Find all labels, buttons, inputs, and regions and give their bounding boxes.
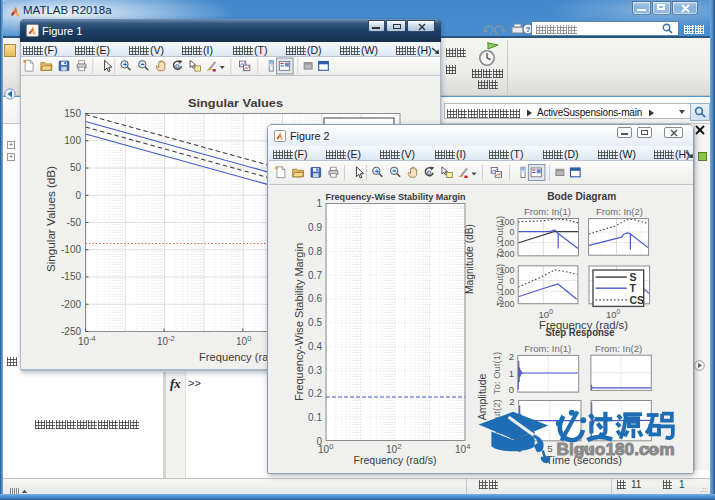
svg-text:From: In(2): From: In(2) [596,206,643,217]
svg-text:+: + [375,168,379,175]
svg-text:0.7: 0.7 [308,270,322,281]
svg-text:0.9: 0.9 [308,222,322,233]
svg-text:0.1: 0.1 [308,412,322,423]
svg-text:From: In(1): From: In(1) [524,206,571,217]
svg-text:100: 100 [64,135,81,146]
svg-text:150: 150 [64,108,81,119]
svg-text:-150: -150 [61,271,81,282]
svg-text:1: 1 [509,368,514,379]
svg-text:From: In(1): From: In(1) [524,343,571,354]
svg-text:0.8: 0.8 [308,246,322,257]
svg-text:To: Out(2): To: Out(2) [494,264,505,306]
svg-text:Step Response: Step Response [546,326,615,338]
svg-text:100: 100 [236,334,251,347]
svg-text:50: 50 [70,162,82,173]
svg-text:+: + [123,61,127,68]
svg-text:Frequency-Wise Stability Margi: Frequency-Wise Stability Margin [326,191,466,202]
svg-text:Biguo180.com: Biguo180.com [557,440,675,459]
svg-text:From: In(2): From: In(2) [595,343,642,354]
svg-text:0: 0 [509,384,514,395]
svg-text:0.2: 0.2 [308,388,322,399]
svg-text:10-4: 10-4 [78,334,96,347]
svg-text:0: 0 [509,276,514,286]
svg-text:Frequency-Wise Stability Margi: Frequency-Wise Stability Margin [294,243,305,401]
svg-text:Singular Values: Singular Values [188,97,283,109]
svg-text:1: 1 [316,198,322,209]
svg-text:Singular Values (dB): Singular Values (dB) [45,166,57,272]
svg-text:0.6: 0.6 [308,293,322,304]
svg-text:?: ? [526,25,531,34]
svg-text:T: T [630,282,637,294]
svg-text:0.5: 0.5 [308,317,322,328]
svg-text:-50: -50 [67,217,82,228]
svg-text:0: 0 [509,227,514,237]
svg-text:10-2: 10-2 [157,334,175,347]
svg-text:Magnitude (dB): Magnitude (dB) [464,224,475,294]
svg-text:CS: CS [630,294,645,306]
svg-text:To: Out(1): To: Out(1) [494,216,505,258]
svg-text:Bode Diagram: Bode Diagram [547,190,616,202]
svg-text:-200: -200 [61,299,81,310]
svg-text:2: 2 [509,351,514,362]
svg-text:-100: -100 [61,244,81,255]
svg-text:To: Out(1): To: Out(1) [491,352,502,394]
svg-text:Frequency (rad/s): Frequency (rad/s) [354,454,437,466]
svg-text:0: 0 [75,190,81,201]
svg-text:0.4: 0.4 [308,341,322,352]
svg-text:0.3: 0.3 [308,365,322,376]
svg-text:100: 100 [318,442,333,455]
